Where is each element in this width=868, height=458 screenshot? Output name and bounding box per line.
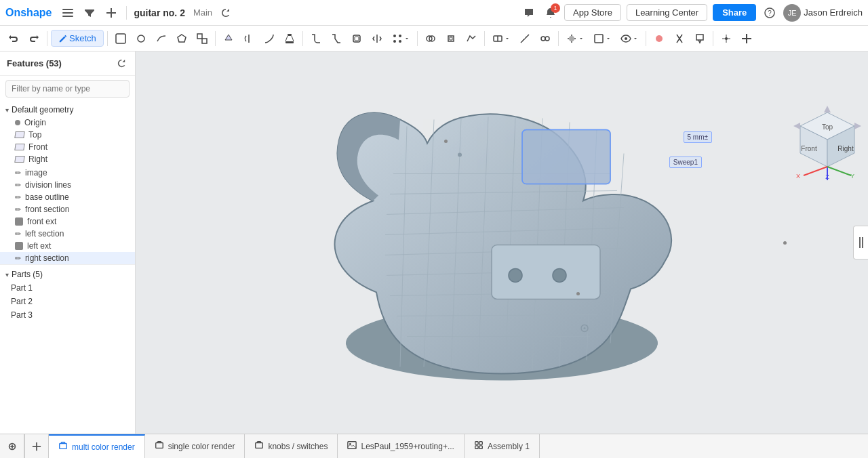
svg-rect-2 xyxy=(62,16,73,17)
svg-point-55 xyxy=(553,268,566,282)
toolbar-sep-8 xyxy=(646,31,646,46)
regenerate-button[interactable] xyxy=(115,57,128,70)
left-section-label: left section xyxy=(25,229,64,238)
shell-button[interactable] xyxy=(347,30,366,47)
toolbar-sep-4 xyxy=(302,31,303,46)
undo-button[interactable] xyxy=(4,30,23,47)
part-2-item[interactable]: Part 2 xyxy=(0,295,135,308)
top-label: Top xyxy=(28,130,41,140)
fillet-button[interactable] xyxy=(307,30,326,47)
parts-label: Parts (5) xyxy=(12,270,43,279)
right-panel-toggle[interactable] xyxy=(853,226,868,259)
right-plane-item[interactable]: Right xyxy=(0,153,135,165)
mate-button[interactable] xyxy=(536,30,555,47)
surface-button[interactable] xyxy=(462,30,481,47)
transform-button[interactable] xyxy=(193,30,212,47)
left-section-feature[interactable]: ✏ left section xyxy=(0,228,135,240)
tab-knobs-switches[interactable]: knobs / switches xyxy=(245,434,338,458)
image-feature[interactable]: ✏ image xyxy=(0,167,135,179)
division-lines-feature[interactable]: ✏ division lines xyxy=(0,179,135,191)
toolbar-sep-6 xyxy=(484,31,485,46)
avatar: JE xyxy=(783,4,801,22)
svg-rect-10 xyxy=(288,34,292,36)
top-plane-item[interactable]: Top xyxy=(0,129,135,141)
menu-button[interactable] xyxy=(60,5,76,21)
viewport[interactable]: Top Front Right Z X Y xyxy=(136,51,868,434)
view-dropdown[interactable] xyxy=(589,30,615,47)
share-button[interactable]: Share xyxy=(713,4,756,21)
sketch-button[interactable]: Sketch xyxy=(51,30,104,47)
sidebar: Features (53) ▾ Default geometry Origin … xyxy=(0,51,136,434)
tab-lespaul[interactable]: LesPaul_1959+routing+... xyxy=(338,434,464,458)
hide-show-dropdown[interactable] xyxy=(616,30,642,47)
add-button[interactable] xyxy=(737,30,756,47)
mirror-button[interactable] xyxy=(368,30,387,47)
add-feature-button[interactable] xyxy=(103,5,119,21)
branch-label: Main xyxy=(193,7,212,18)
origin-button[interactable] xyxy=(717,30,736,47)
toolbar-sep-1 xyxy=(47,31,47,46)
sweep-button[interactable] xyxy=(260,30,279,47)
app-store-button[interactable]: App Store xyxy=(564,4,621,21)
tab-multi-color-render[interactable]: multi color render xyxy=(49,434,145,458)
svg-rect-53 xyxy=(492,245,600,299)
plane-icon-2 xyxy=(14,144,24,150)
sidebar-header: Features (53) xyxy=(0,51,135,76)
svg-point-15 xyxy=(399,35,401,37)
base-outline-feature[interactable]: ✏ base outline xyxy=(0,191,135,203)
tab-settings-button[interactable] xyxy=(0,434,24,458)
solid-icon xyxy=(15,217,23,226)
sync-button[interactable] xyxy=(218,5,234,21)
tab-assembly[interactable]: Assembly 1 xyxy=(465,434,540,458)
revolve-button[interactable] xyxy=(239,30,258,47)
right-section-feature[interactable]: ✏ right section xyxy=(0,252,135,264)
origin-item[interactable]: Origin xyxy=(0,117,135,129)
circle-button[interactable] xyxy=(132,30,151,47)
pattern-dropdown-button[interactable] xyxy=(388,30,414,47)
help-button[interactable]: ? xyxy=(762,5,778,21)
front-plane-item[interactable]: Front xyxy=(0,141,135,153)
nav-sep-1 xyxy=(126,6,127,20)
main-area: Features (53) ▾ Default geometry Origin … xyxy=(0,51,868,434)
loft-button[interactable] xyxy=(280,30,299,47)
front-section-feature[interactable]: ✏ front section xyxy=(0,203,135,215)
tab-single-color-render[interactable]: single color render xyxy=(145,434,245,458)
section-view-dropdown[interactable] xyxy=(488,30,514,47)
add-tab-button[interactable] xyxy=(24,434,49,458)
parts-header[interactable]: ▾ Parts (5) xyxy=(0,268,135,281)
section-cut-button[interactable] xyxy=(670,30,689,47)
view-cube[interactable]: Top Front Right Z X Y xyxy=(790,102,858,170)
new-tab-button[interactable] xyxy=(111,30,130,47)
polygon-button[interactable] xyxy=(172,30,191,47)
chamfer-button[interactable] xyxy=(327,30,346,47)
sketch-pencil-icon-6: ✏ xyxy=(15,254,21,263)
appearance-button[interactable] xyxy=(650,30,669,47)
user-menu[interactable]: JE Jason Erdreich xyxy=(783,4,863,22)
part-1-item[interactable]: Part 1 xyxy=(0,281,135,295)
solid-icon-2 xyxy=(15,242,23,250)
toolbar-sep-7 xyxy=(558,31,559,46)
extrude-button[interactable] xyxy=(219,30,238,47)
svg-rect-84 xyxy=(479,442,482,444)
chat-button[interactable] xyxy=(521,5,537,21)
boolean-button[interactable] xyxy=(421,30,440,47)
chevron-down-icon: ▾ xyxy=(5,106,9,114)
redo-button[interactable] xyxy=(24,30,43,47)
image-tab-icon xyxy=(347,440,357,452)
features-title: Features (53) xyxy=(7,58,62,68)
feature-filter-input[interactable] xyxy=(5,80,130,98)
learning-center-button[interactable]: Learning Center xyxy=(627,4,707,21)
left-ext-feature[interactable]: left ext xyxy=(0,240,135,252)
measure-button[interactable] xyxy=(515,30,534,47)
toolbar: Sketch xyxy=(0,26,868,51)
render-dropdown[interactable] xyxy=(562,30,588,47)
spline-button[interactable] xyxy=(152,30,171,47)
offset-button[interactable] xyxy=(441,30,460,47)
default-geometry-header[interactable]: ▾ Default geometry xyxy=(0,103,135,117)
svg-rect-11 xyxy=(285,41,294,43)
filter-button[interactable] xyxy=(81,5,98,21)
logo: Onshape xyxy=(5,7,52,19)
annotation-button[interactable] xyxy=(690,30,709,47)
part-3-item[interactable]: Part 3 xyxy=(0,308,135,322)
front-ext-feature[interactable]: front ext xyxy=(0,215,135,228)
